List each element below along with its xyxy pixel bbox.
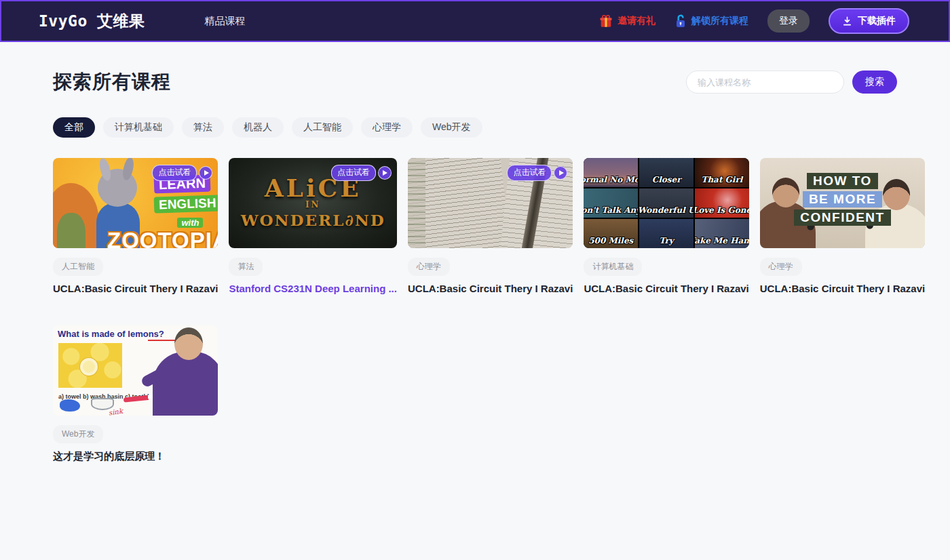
preview-badge-label: 点击试看 — [331, 165, 376, 181]
fox-illustration — [53, 183, 99, 248]
course-card-4[interactable]: HOW TO BE MORE CONFIDENT 心理学 UCLA:Basic … — [760, 158, 925, 294]
song-tile-3: We Don't Talk Anymore — [584, 188, 638, 218]
thumb-text: HOW TO — [807, 173, 878, 189]
course-title[interactable]: 这才是学习的底层原理！ — [53, 450, 218, 463]
navbar-right: 邀请有礼 解锁所有课程 登录 下载插件 — [599, 8, 909, 34]
course-thumbnail[interactable]: HOW TO BE MORE CONFIDENT — [760, 158, 925, 248]
category-tag: 心理学 — [760, 258, 802, 276]
filter-chip-3[interactable]: 机器人 — [232, 117, 284, 138]
song-tile-0: Normal No More — [584, 158, 638, 187]
rabbit-head-illustration — [98, 169, 137, 207]
thumb-text: CONFIDENT — [794, 209, 890, 226]
song-tile-6: 500 Miles — [584, 219, 638, 248]
songs-grid[interactable]: Normal No MoreCloserThat GirlWe Don't Ta… — [584, 158, 748, 248]
gift-icon — [599, 14, 613, 28]
preview-badge[interactable]: 点击试看 — [152, 165, 212, 181]
search-input[interactable] — [686, 71, 844, 94]
course-grid: LEARN ENGLISH with ZOOTOPIA 点击试看 人工智能 UC… — [53, 158, 897, 463]
download-plugin-button[interactable]: 下载插件 — [829, 8, 909, 34]
thumb-text: ENGLISH — [154, 195, 218, 213]
thumb-text: with — [177, 218, 203, 228]
course-thumbnail[interactable]: What is made of lemons? a) towel b) wash… — [53, 325, 218, 416]
song-tile-1: Closer — [639, 158, 694, 187]
category-tag: 人工智能 — [53, 258, 103, 276]
play-icon[interactable] — [199, 166, 212, 180]
category-tag: 算法 — [229, 258, 263, 276]
thumb-text-block: HOW TO BE MORE CONFIDENT — [760, 173, 925, 226]
unlock-link[interactable]: 解锁所有课程 — [674, 14, 748, 28]
page-title: 探索所有课程 — [53, 69, 171, 95]
course-card-2[interactable]: 点击试看 心理学 UCLA:Basic Circuit Thery I Raza… — [408, 158, 573, 294]
nav-item-featured-courses[interactable]: 精品课程 — [205, 15, 246, 28]
unlock-label: 解锁所有课程 — [691, 15, 748, 27]
login-button[interactable]: 登录 — [767, 9, 810, 33]
lemons-photo — [58, 343, 122, 388]
filter-chip-5[interactable]: 心理学 — [361, 117, 413, 138]
course-card-1[interactable]: ALiCE IN WONDERL∂ND 点击试看 算法 Stanford CS2… — [229, 158, 397, 294]
invite-label: 邀请有礼 — [618, 15, 656, 27]
course-title[interactable]: Stanford CS231N Deep Learning ... — [229, 283, 397, 294]
preview-badge[interactable]: 点击试看 — [507, 165, 567, 181]
preview-badge[interactable]: 点击试看 — [331, 165, 392, 181]
thumb-text: sink — [108, 407, 123, 416]
search-group: 搜索 — [686, 71, 897, 94]
lemon-slice — [80, 358, 98, 376]
filter-chip-1[interactable]: 计算机基础 — [103, 117, 174, 138]
song-tile-2: That Girl — [695, 158, 749, 187]
course-card-5[interactable]: What is made of lemons? a) towel b) wash… — [53, 325, 218, 463]
category-tag: 计算机基础 — [584, 258, 642, 276]
filter-chip-6[interactable]: Web开发 — [421, 117, 482, 138]
course-card-0[interactable]: LEARN ENGLISH with ZOOTOPIA 点击试看 人工智能 UC… — [53, 158, 218, 294]
towel-illustration — [60, 399, 80, 412]
thumb-text: IN — [305, 200, 321, 209]
thumb-text: ZOOTOPIA — [107, 228, 218, 248]
invite-link[interactable]: 邀请有礼 — [599, 14, 656, 28]
thumb-text: What is made of lemons? — [58, 329, 164, 339]
song-tile-4: Wonderful U — [639, 188, 694, 218]
song-tile-8: Take Me Hand — [695, 219, 749, 248]
course-thumbnail[interactable]: ALiCE IN WONDERL∂ND 点击试看 — [229, 158, 397, 248]
preview-badge-label: 点击试看 — [507, 165, 552, 181]
logo[interactable]: IvyGo 艾维果 — [39, 11, 145, 32]
search-button[interactable]: 搜索 — [852, 71, 897, 94]
course-title[interactable]: UCLA:Basic Circuit Thery I Razavi — [760, 283, 925, 294]
unlock-icon — [674, 14, 687, 28]
song-tile-7: Try — [639, 219, 694, 248]
category-tag: Web开发 — [53, 425, 103, 443]
filter-chip-0[interactable]: 全部 — [53, 117, 95, 138]
category-tag: 心理学 — [408, 258, 450, 276]
play-icon[interactable] — [554, 166, 567, 180]
book-margin — [408, 158, 425, 248]
download-label: 下载插件 — [858, 15, 896, 27]
download-icon — [842, 16, 852, 26]
teacher-illustration — [153, 352, 218, 416]
play-icon[interactable] — [378, 166, 392, 180]
song-tile-5: Love Is Gone — [695, 188, 749, 218]
course-card-3[interactable]: Normal No MoreCloserThat GirlWe Don't Ta… — [584, 158, 748, 294]
course-title[interactable]: UCLA:Basic Circuit Thery I Razavi — [408, 283, 573, 294]
filter-chips: 全部计算机基础算法机器人人工智能心理学Web开发 — [53, 117, 897, 138]
navbar: IvyGo 艾维果 精品课程 邀请有礼 解锁所有课程 登录 — [0, 0, 950, 42]
course-title[interactable]: UCLA:Basic Circuit Thery I Razavi — [53, 283, 218, 294]
filter-chip-2[interactable]: 算法 — [182, 117, 224, 138]
page-header: 探索所有课程 搜索 — [53, 69, 897, 95]
filter-chip-4[interactable]: 人工智能 — [292, 117, 353, 138]
course-thumbnail[interactable]: LEARN ENGLISH with ZOOTOPIA 点击试看 — [53, 158, 218, 248]
preview-badge-label: 点击试看 — [152, 165, 197, 181]
course-thumbnail[interactable]: 点击试看 — [408, 158, 573, 248]
thumb-text: BE MORE — [803, 191, 882, 207]
course-title[interactable]: UCLA:Basic Circuit Thery I Razavi — [584, 283, 748, 294]
thumb-text: WONDERL∂ND — [241, 211, 385, 229]
